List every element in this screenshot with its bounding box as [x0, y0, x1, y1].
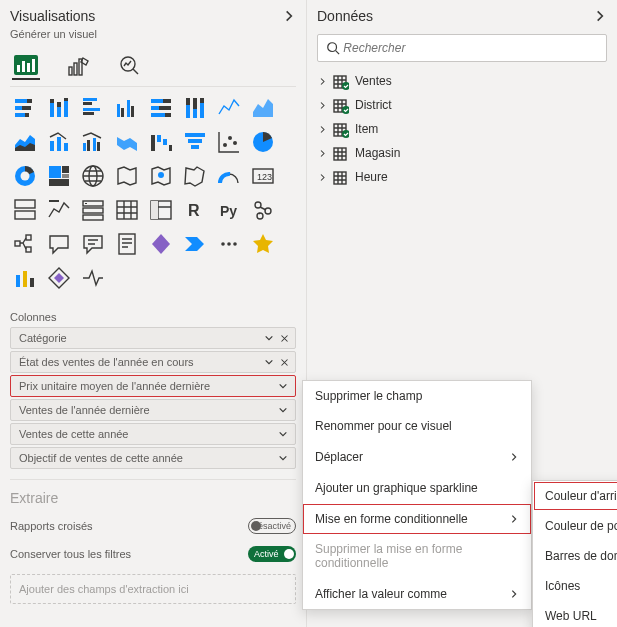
table-item[interactable]: Heure — [317, 168, 607, 186]
mi-remove-field[interactable]: Supprimer le champ — [303, 381, 531, 411]
table-icon — [333, 146, 349, 160]
viz-azure-map[interactable] — [146, 161, 176, 191]
svg-rect-21 — [83, 98, 97, 101]
viz-r[interactable]: R — [180, 195, 210, 225]
field-pill[interactable]: État des ventes de l'année en cours — [10, 351, 296, 373]
viz-gauge[interactable] — [214, 161, 244, 191]
viz-map[interactable] — [78, 161, 108, 191]
svg-text:Py: Py — [220, 203, 237, 219]
viz-ribbon[interactable] — [112, 127, 142, 157]
chevron-down-icon[interactable] — [275, 405, 291, 415]
viz-waterfall[interactable] — [146, 127, 176, 157]
viz-paginated-report[interactable] — [112, 229, 142, 259]
viz-card[interactable]: 123 — [248, 161, 278, 191]
viz-clustered-bar[interactable] — [78, 93, 108, 123]
svg-rect-70 — [15, 200, 35, 208]
field-pill[interactable]: Ventes de cette année — [10, 423, 296, 445]
table-item[interactable]: District — [317, 96, 607, 114]
viz-scatter[interactable] — [214, 127, 244, 157]
chevron-down-icon[interactable] — [275, 429, 291, 439]
svg-rect-74 — [83, 208, 103, 213]
field-label: Catégorie — [19, 332, 261, 344]
viz-stacked-column[interactable] — [44, 93, 74, 123]
viz-stacked-area[interactable] — [10, 127, 40, 157]
viz-custom-2[interactable] — [10, 263, 40, 293]
svg-rect-40 — [200, 98, 204, 103]
svg-rect-12 — [22, 106, 31, 110]
search-input[interactable] — [343, 41, 598, 55]
mi-data-bars[interactable]: Barres de données — [533, 541, 617, 571]
analytics-tab[interactable] — [116, 52, 144, 80]
viz-100-stacked-bar[interactable] — [146, 93, 176, 123]
mi-background-color[interactable]: Couleur d'arrière-plan — [533, 481, 617, 511]
mi-show-value-as[interactable]: Afficher la valeur comme — [303, 579, 531, 609]
field-pill[interactable]: Catégorie — [10, 327, 296, 349]
svg-rect-93 — [23, 271, 27, 287]
keep-filters-toggle[interactable]: Activé — [248, 546, 296, 562]
drillthrough-dropzone[interactable]: Ajouter des champs d'extraction ici — [10, 574, 296, 604]
viz-area[interactable] — [248, 93, 278, 123]
table-item[interactable]: Item — [317, 120, 607, 138]
viz-kpi[interactable] — [44, 195, 74, 225]
table-item[interactable]: Magasin — [317, 144, 607, 162]
mi-conditional-formatting[interactable]: Mise en forme conditionnelle — [303, 504, 531, 534]
chevron-down-icon[interactable] — [261, 357, 277, 367]
mi-font-color[interactable]: Couleur de police — [533, 511, 617, 541]
format-visual-tab[interactable] — [64, 52, 92, 80]
build-visual-tab[interactable] — [12, 52, 40, 80]
viz-custom-4[interactable] — [78, 263, 108, 293]
viz-stacked-bar[interactable] — [10, 93, 40, 123]
field-label: Ventes de cette année — [19, 428, 275, 440]
remove-field-icon[interactable] — [277, 334, 291, 343]
viz-slicer[interactable] — [78, 195, 108, 225]
viz-qa[interactable] — [44, 229, 74, 259]
svg-rect-46 — [93, 138, 96, 151]
viz-line-clustered-column[interactable] — [78, 127, 108, 157]
viz-custom-3[interactable] — [44, 263, 74, 293]
viz-power-apps[interactable] — [146, 229, 176, 259]
chevron-down-icon[interactable] — [275, 453, 291, 463]
viz-matrix[interactable] — [146, 195, 176, 225]
viz-python[interactable]: Py — [214, 195, 244, 225]
field-pill[interactable]: Ventes de l'année dernière — [10, 399, 296, 421]
cross-report-toggle[interactable]: Désactivé — [248, 518, 296, 534]
viz-multirow-card[interactable] — [10, 195, 40, 225]
mi-rename[interactable]: Renommer pour ce visuel — [303, 411, 531, 441]
viz-custom-1[interactable] — [248, 229, 278, 259]
chevron-down-icon[interactable] — [261, 333, 277, 343]
search-icon — [326, 41, 340, 55]
viz-funnel[interactable] — [180, 127, 210, 157]
table-item[interactable]: Ventes — [317, 72, 607, 90]
viz-power-automate[interactable] — [180, 229, 210, 259]
viz-decomposition-tree[interactable] — [10, 229, 40, 259]
field-pill[interactable]: Prix unitaire moyen de l'année dernière — [10, 375, 296, 397]
collapse-data-icon[interactable] — [593, 9, 607, 23]
viz-smart-narrative[interactable] — [78, 229, 108, 259]
viz-line[interactable] — [214, 93, 244, 123]
mi-web-url[interactable]: Web URL — [533, 601, 617, 627]
chevron-down-icon[interactable] — [275, 381, 291, 391]
viz-pie[interactable] — [248, 127, 278, 157]
search-box[interactable] — [317, 34, 607, 62]
mi-sparkline[interactable]: Ajouter un graphique sparkline — [303, 473, 531, 503]
mi-move[interactable]: Déplacer — [303, 442, 531, 472]
viz-table[interactable] — [112, 195, 142, 225]
viz-clustered-column[interactable] — [112, 93, 142, 123]
viz-line-stacked-column[interactable] — [44, 127, 74, 157]
svg-rect-6 — [74, 63, 77, 75]
remove-field-icon[interactable] — [277, 358, 291, 367]
viz-donut[interactable] — [10, 161, 40, 191]
viz-key-influencers[interactable] — [248, 195, 278, 225]
viz-get-more[interactable] — [214, 229, 244, 259]
table-icon — [333, 170, 349, 184]
field-pill[interactable]: Objectif de ventes de cette année — [10, 447, 296, 469]
viz-shape-map[interactable] — [180, 161, 210, 191]
svg-rect-45 — [87, 140, 90, 151]
svg-text:R: R — [188, 202, 200, 219]
viz-filled-map[interactable] — [112, 161, 142, 191]
collapse-viz-icon[interactable] — [282, 9, 296, 23]
mi-icons[interactable]: Icônes — [533, 571, 617, 601]
viz-100-stacked-column[interactable] — [180, 93, 210, 123]
table-icon — [333, 98, 349, 112]
viz-treemap[interactable] — [44, 161, 74, 191]
